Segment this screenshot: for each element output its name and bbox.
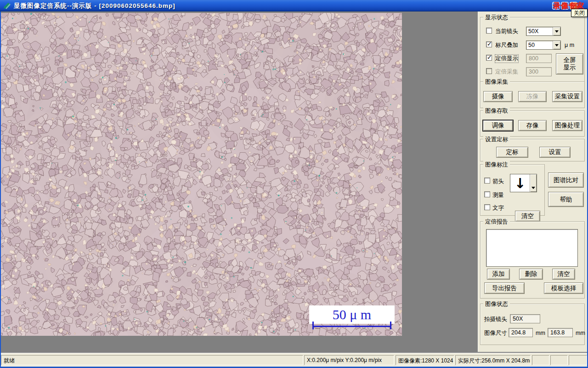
status-actual-size: 实际尺寸:256.0mm X 204.8mm: [455, 355, 531, 365]
scale-overlay-value: 50: [526, 41, 553, 49]
fullscreen-button[interactable]: 全屏 显示: [556, 53, 583, 75]
group-calibration: 设置定标 定标 设置: [480, 139, 585, 161]
atlas-compare-button[interactable]: 图谱比对: [548, 172, 584, 188]
image-width-unit: mm: [536, 330, 545, 336]
chevron-down-icon: [531, 187, 535, 189]
image-width-field: 204.8: [509, 328, 533, 337]
current-lens-combo[interactable]: 50X: [526, 27, 561, 36]
group-capture-title: 图像采集: [483, 78, 510, 86]
export-report-button[interactable]: 导出报告: [484, 282, 525, 294]
lens-label: 拍摄镜头: [484, 316, 507, 323]
annotation-clear-button[interactable]: 清空: [515, 211, 540, 222]
template-select-button[interactable]: 模板选择: [544, 282, 583, 294]
image-size-label: 图像尺寸: [484, 329, 507, 337]
arrow-style-combo[interactable]: ↓: [510, 174, 537, 192]
calibration-settings-button[interactable]: 设置: [539, 147, 571, 158]
group-annotation: 图像标注 箭头 测量 文字 ↓ 清空: [480, 164, 545, 216]
capture-settings-button[interactable]: 采集设置: [552, 91, 582, 102]
group-display-status: 显示状态 当前镜头 50X 标尺叠加 50 μ m 定倍显示 800 定倍采集 …: [480, 17, 585, 82]
report-clear-button[interactable]: 清空: [552, 269, 575, 280]
fixed-display-checkbox[interactable]: [486, 55, 492, 61]
chevron-down-icon: [555, 44, 559, 46]
status-empty-pane-2: [550, 355, 568, 365]
help-button[interactable]: 帮助: [548, 192, 584, 207]
report-add-button[interactable]: 添加: [487, 269, 510, 280]
report-listbox[interactable]: [486, 229, 578, 267]
current-lens-value: 50X: [526, 27, 553, 35]
freeze-button: 冻像: [518, 91, 547, 102]
scale-overlay-label: 标尺叠加: [495, 41, 518, 49]
statusbar: 就绪 X:0.200μ m/pix Y:0.200μ m/pix 图像像素:12…: [0, 353, 588, 367]
scale-bar-text: 50 μ m: [333, 307, 371, 322]
fixed-capture-field: 300: [526, 67, 552, 76]
status-empty-pane-1: [532, 355, 549, 365]
scale-overlay-combo[interactable]: 50: [526, 40, 561, 50]
save-image-button[interactable]: 存像: [518, 120, 547, 131]
group-image-status: 图像状态 拍摄镜头 50X 图像尺寸 204.8 mm 163.8 mm: [480, 304, 585, 345]
current-lens-checkbox[interactable]: [486, 28, 492, 34]
fullscreen-button-line1: 全屏: [564, 57, 576, 64]
image-process-button[interactable]: 图像处理: [552, 120, 582, 131]
image-height-field: 163.8: [548, 328, 573, 337]
window-border-left: [0, 12, 1, 368]
group-image-status-title: 图像状态: [483, 300, 510, 308]
arrow-label: 箭头: [492, 178, 504, 185]
control-panel: 显示状态 当前镜头 50X 标尺叠加 50 μ m 定倍显示 800 定倍采集 …: [478, 12, 587, 352]
app-window: 显微图像定倍系统--演示版 - [20090602055646.bmp] X 录…: [0, 0, 588, 368]
current-lens-dropdown-button[interactable]: [553, 27, 560, 35]
status-pixel-scale: X:0.200μ m/pix Y:0.200μ m/pix: [304, 355, 394, 365]
group-calibration-title: 设置定标: [483, 136, 510, 144]
scale-bar-tick-left: [312, 322, 314, 329]
status-ready: 就绪: [1, 355, 303, 365]
group-report: 定倍报告 添加 删除 清空 导出报告 模板选择: [480, 221, 585, 299]
fixed-display-label: 定倍显示: [495, 55, 518, 63]
arrow-checkbox[interactable]: [484, 178, 490, 184]
status-image-pixels: 图像像素:1280 X 1024: [396, 355, 454, 365]
micrograph-view[interactable]: 50 μ m: [1, 13, 402, 336]
shoot-button[interactable]: 摄像: [483, 91, 513, 102]
app-icon: [3, 2, 11, 10]
group-storage-title: 图像存取: [483, 107, 510, 115]
fixed-display-field: 800: [526, 54, 552, 63]
titlebar[interactable]: 显微图像定倍系统--演示版 - [20090602055646.bmp] X: [0, 0, 588, 12]
scale-overlay-dropdown-button[interactable]: [553, 41, 560, 49]
scale-bar-tick-right: [390, 322, 391, 329]
group-annotation-title: 图像标注: [483, 161, 510, 169]
group-display-status-title: 显示状态: [483, 14, 510, 22]
status-empty-pane-3: [569, 355, 587, 365]
text-label: 文字: [492, 204, 504, 212]
close-tooltip: 关闭: [571, 9, 588, 17]
scale-bar-line: [312, 326, 391, 327]
lens-value-field: 50X: [510, 314, 540, 323]
arrow-style-dropdown-button[interactable]: [530, 174, 537, 192]
fullscreen-button-line2: 显示: [564, 64, 576, 71]
group-report-title: 定倍报告: [483, 218, 510, 226]
calibrate-button[interactable]: 定标: [496, 147, 528, 158]
report-delete-button[interactable]: 删除: [519, 269, 543, 280]
chevron-down-icon: [555, 30, 559, 33]
window-title: 显微图像定倍系统--演示版 - [20090602055646.bmp]: [14, 2, 175, 10]
measure-label: 测量: [492, 191, 504, 199]
scale-overlay-unit: μ m: [565, 42, 574, 48]
image-height-unit: mm: [576, 330, 585, 336]
fixed-capture-checkbox: [486, 68, 492, 74]
measure-checkbox[interactable]: [484, 191, 490, 197]
group-storage: 图像存取 调像 存像 图像处理: [480, 110, 585, 137]
micrograph-canvas: [1, 13, 402, 336]
scale-overlay-checkbox[interactable]: [486, 41, 492, 47]
load-image-button[interactable]: 调像: [482, 120, 514, 132]
text-checkbox[interactable]: [484, 204, 490, 210]
down-arrow-icon: ↓: [510, 174, 530, 192]
scale-bar-label-box: 50 μ m: [309, 305, 395, 324]
fixed-capture-label: 定倍采集: [495, 68, 518, 76]
current-lens-label: 当前镜头: [495, 28, 518, 35]
group-capture: 图像采集 摄像 冻像 采集设置: [480, 81, 585, 108]
